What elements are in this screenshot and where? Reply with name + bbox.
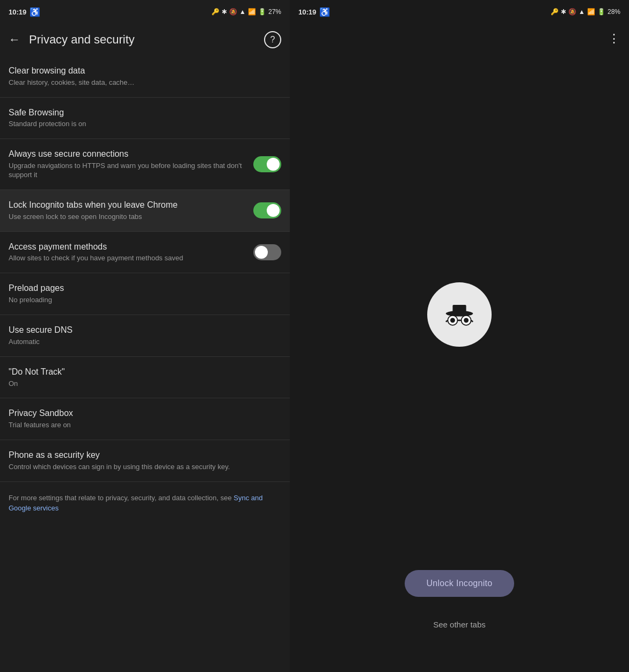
settings-item-safe-browsing[interactable]: Safe Browsing Standard protection is on xyxy=(0,98,290,140)
right-key-icon: 🔑 xyxy=(551,8,559,16)
item-text-security-key: Phone as a security key Control which de… xyxy=(9,450,281,472)
settings-item-do-not-track[interactable]: "Do Not Track" On xyxy=(0,357,290,399)
toggle-lock-incognito[interactable] xyxy=(253,202,281,218)
item-title-do-not-track: "Do Not Track" xyxy=(9,367,275,378)
battery-icon: 🔋 xyxy=(258,8,266,16)
item-subtitle-privacy-sandbox: Trial features are on xyxy=(9,421,275,430)
item-subtitle-security-key: Control which devices can sign in by usi… xyxy=(9,463,275,472)
item-text-secure-connections: Always use secure connections Upgrade na… xyxy=(9,149,253,180)
settings-list: Clear browsing data Clear history, cooki… xyxy=(0,56,290,672)
footer-text: For more settings that relate to privacy… xyxy=(0,482,290,527)
signal-icon: 📶 xyxy=(248,8,256,16)
item-text-privacy-sandbox: Privacy Sandbox Trial features are on xyxy=(9,408,281,430)
right-bluetooth-icon: ✱ xyxy=(561,8,566,16)
right-status-bar: 10:19 ♿ 🔑 ✱ 🔕 ▲ 📶 🔋 28% xyxy=(290,0,629,24)
toggle-payment-methods[interactable] xyxy=(253,244,281,260)
left-status-left: 10:19 ♿ xyxy=(9,7,40,17)
item-subtitle-payment-methods: Allow sites to check if you have payment… xyxy=(9,254,247,263)
right-battery-percent: 28% xyxy=(608,8,620,16)
item-subtitle-safe-browsing: Standard protection is on xyxy=(9,120,275,129)
item-title-privacy-sandbox: Privacy Sandbox xyxy=(9,408,275,419)
bluetooth-icon: ✱ xyxy=(222,8,227,16)
wifi-icon: ▲ xyxy=(239,8,246,16)
item-text-do-not-track: "Do Not Track" On xyxy=(9,367,281,389)
more-options-button[interactable]: ⋮ xyxy=(608,32,620,46)
right-status-left: 10:19 ♿ xyxy=(298,7,330,17)
svg-point-6 xyxy=(464,318,469,323)
item-title-payment-methods: Access payment methods xyxy=(9,242,247,253)
right-battery-icon: 🔋 xyxy=(597,8,605,16)
unlock-incognito-button[interactable]: Unlock Incognito xyxy=(405,570,514,597)
help-icon: ? xyxy=(270,35,275,45)
item-subtitle-secure-connections: Upgrade navigations to HTTPS and warn yo… xyxy=(9,162,247,180)
page-title: Privacy and security xyxy=(29,33,255,47)
item-title-secure-connections: Always use secure connections xyxy=(9,149,247,160)
toggle-thumb-secure-connections xyxy=(267,158,280,171)
right-panel: 10:19 ♿ 🔑 ✱ 🔕 ▲ 📶 🔋 28% ⋮ xyxy=(290,0,629,672)
settings-item-security-key[interactable]: Phone as a security key Control which de… xyxy=(0,440,290,482)
item-text-safe-browsing: Safe Browsing Standard protection is on xyxy=(9,107,281,129)
item-title-lock-incognito: Lock Incognito tabs when you leave Chrom… xyxy=(9,200,247,211)
accessibility-icon: ♿ xyxy=(30,7,40,17)
footer-link[interactable]: Sync and Google services xyxy=(9,494,263,513)
left-status-bar: 10:19 ♿ 🔑 ✱ 🔕 ▲ 📶 🔋 27% xyxy=(0,0,290,24)
svg-rect-2 xyxy=(449,312,470,315)
toggle-thumb-payment-methods xyxy=(255,246,268,259)
item-subtitle-lock-incognito: Use screen lock to see open Incognito ta… xyxy=(9,213,247,222)
battery-percent: 27% xyxy=(268,8,281,16)
toggle-secure-connections[interactable] xyxy=(253,156,281,172)
right-signal-icon: 📶 xyxy=(587,8,595,16)
settings-item-lock-incognito[interactable]: Lock Incognito tabs when you leave Chrom… xyxy=(0,190,290,232)
item-text-preload-pages: Preload pages No preloading xyxy=(9,283,281,305)
settings-item-clear-browsing[interactable]: Clear browsing data Clear history, cooki… xyxy=(0,56,290,98)
item-title-safe-browsing: Safe Browsing xyxy=(9,107,275,119)
settings-item-payment-methods[interactable]: Access payment methods Allow sites to ch… xyxy=(0,232,290,274)
back-button[interactable]: ← xyxy=(9,33,20,47)
item-title-secure-dns: Use secure DNS xyxy=(9,325,275,336)
incognito-icon xyxy=(440,295,479,334)
item-title-security-key: Phone as a security key xyxy=(9,450,275,461)
right-mute-icon: 🔕 xyxy=(568,8,576,16)
left-panel: 10:19 ♿ 🔑 ✱ 🔕 ▲ 📶 🔋 27% ← Privacy and se… xyxy=(0,0,290,672)
item-subtitle-preload-pages: No preloading xyxy=(9,296,275,305)
settings-item-secure-dns[interactable]: Use secure DNS Automatic xyxy=(0,315,290,357)
see-other-tabs-link[interactable]: See other tabs xyxy=(433,620,486,629)
right-accessibility-icon: ♿ xyxy=(319,7,330,17)
toggle-thumb-lock-incognito xyxy=(267,204,280,217)
right-status-right: 🔑 ✱ 🔕 ▲ 📶 🔋 28% xyxy=(551,8,620,16)
left-time: 10:19 xyxy=(9,8,26,16)
item-title-preload-pages: Preload pages xyxy=(9,283,275,294)
mute-icon: 🔕 xyxy=(229,8,237,16)
item-text-payment-methods: Access payment methods Allow sites to ch… xyxy=(9,242,253,264)
right-wifi-icon: ▲ xyxy=(579,8,585,16)
incognito-icon-circle xyxy=(427,282,492,347)
item-text-secure-dns: Use secure DNS Automatic xyxy=(9,325,281,347)
item-subtitle-clear-browsing: Clear history, cookies, site data, cache… xyxy=(9,78,275,87)
settings-item-preload-pages[interactable]: Preload pages No preloading xyxy=(0,273,290,315)
item-text-lock-incognito: Lock Incognito tabs when you leave Chrom… xyxy=(9,200,253,222)
item-subtitle-do-not-track: On xyxy=(9,379,275,389)
right-time: 10:19 xyxy=(298,8,316,16)
left-top-bar: ← Privacy and security ? xyxy=(0,24,290,56)
settings-item-privacy-sandbox[interactable]: Privacy Sandbox Trial features are on xyxy=(0,398,290,440)
help-button[interactable]: ? xyxy=(264,31,281,48)
item-subtitle-secure-dns: Automatic xyxy=(9,338,275,347)
key-icon: 🔑 xyxy=(211,8,220,16)
svg-point-5 xyxy=(450,318,455,323)
left-status-right: 🔑 ✱ 🔕 ▲ 📶 🔋 27% xyxy=(211,8,281,16)
item-title-clear-browsing: Clear browsing data xyxy=(9,65,275,77)
right-top-bar: ⋮ xyxy=(290,24,629,54)
item-text-clear-browsing: Clear browsing data Clear history, cooki… xyxy=(9,65,281,87)
settings-item-secure-connections[interactable]: Always use secure connections Upgrade na… xyxy=(0,139,290,190)
